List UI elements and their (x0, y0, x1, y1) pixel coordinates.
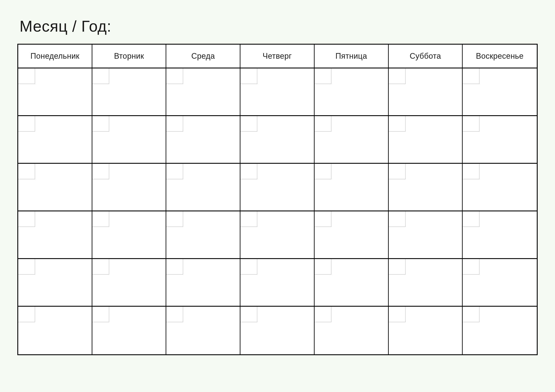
day-cell (241, 211, 314, 258)
day-cell (166, 68, 241, 115)
date-number-box (463, 307, 480, 322)
day-cell (389, 259, 463, 306)
day-cell (389, 68, 463, 115)
date-number-box (314, 164, 331, 179)
calendar-title: Месяц / Год: (20, 17, 538, 35)
day-cell (18, 68, 92, 115)
day-cell (241, 307, 314, 354)
date-number-box (18, 259, 35, 275)
day-cell (166, 259, 241, 306)
date-number-box (389, 68, 406, 84)
day-cell (463, 116, 537, 163)
weekday-header-tuesday: Вторник (92, 45, 167, 68)
date-number-box (18, 307, 35, 322)
day-cell (389, 164, 463, 211)
week-row (18, 164, 537, 211)
date-number-box (389, 116, 406, 132)
day-cell (314, 116, 389, 163)
date-number-box (241, 164, 257, 179)
day-cell (314, 211, 389, 258)
date-number-box (389, 164, 406, 179)
day-cell (18, 116, 92, 163)
date-number-box (166, 259, 183, 275)
day-cell (463, 259, 537, 306)
date-number-box (314, 68, 331, 84)
day-cell (18, 164, 92, 211)
weekday-header-row: Понедельник Вторник Среда Четверг Пятниц… (18, 45, 537, 68)
day-cell (166, 164, 241, 211)
day-cell (166, 211, 241, 258)
day-cell (241, 116, 314, 163)
day-cell (166, 116, 241, 163)
weekday-header-thursday: Четверг (241, 45, 314, 68)
date-number-box (166, 307, 183, 322)
date-number-box (166, 116, 183, 132)
date-number-box (463, 211, 480, 227)
calendar-grid: Понедельник Вторник Среда Четверг Пятниц… (17, 44, 538, 355)
date-number-box (314, 211, 331, 227)
date-number-box (18, 164, 35, 179)
weekday-header-wednesday: Среда (166, 45, 241, 68)
week-row (18, 116, 537, 164)
day-cell (463, 307, 537, 354)
date-number-box (241, 68, 257, 84)
day-cell (463, 164, 537, 211)
day-cell (314, 164, 389, 211)
day-cell (314, 307, 389, 354)
date-number-box (389, 259, 406, 275)
day-cell (92, 259, 167, 306)
weekday-header-friday: Пятница (314, 45, 389, 68)
date-number-box (314, 307, 331, 322)
date-number-box (18, 116, 35, 132)
week-row (18, 307, 537, 354)
date-number-box (18, 68, 35, 84)
day-cell (389, 211, 463, 258)
day-cell (389, 116, 463, 163)
date-number-box (166, 68, 183, 84)
date-number-box (389, 211, 406, 227)
date-number-box (92, 259, 109, 275)
date-number-box (463, 68, 480, 84)
date-number-box (389, 307, 406, 322)
day-cell (92, 68, 167, 115)
weekday-header-sunday: Воскресенье (463, 45, 537, 68)
day-cell (241, 68, 314, 115)
week-row (18, 68, 537, 116)
week-row (18, 259, 537, 307)
date-number-box (241, 307, 257, 322)
date-number-box (92, 164, 109, 179)
date-number-box (92, 307, 109, 322)
day-cell (389, 307, 463, 354)
date-number-box (166, 211, 183, 227)
day-cell (92, 164, 167, 211)
date-number-box (241, 259, 257, 275)
date-number-box (463, 116, 480, 132)
day-cell (18, 259, 92, 306)
day-cell (92, 307, 167, 354)
day-cell (314, 259, 389, 306)
day-cell (166, 307, 241, 354)
date-number-box (92, 68, 109, 84)
weekday-header-saturday: Суббота (389, 45, 463, 68)
date-number-box (463, 259, 480, 275)
day-cell (241, 164, 314, 211)
weekday-header-monday: Понедельник (18, 45, 92, 68)
date-number-box (241, 211, 257, 227)
day-cell (92, 116, 167, 163)
day-cell (463, 211, 537, 258)
day-cell (92, 211, 167, 258)
date-number-box (314, 116, 331, 132)
day-cell (241, 259, 314, 306)
date-number-box (463, 164, 480, 179)
date-number-box (92, 116, 109, 132)
date-number-box (92, 211, 109, 227)
week-row (18, 211, 537, 259)
date-number-box (314, 259, 331, 275)
day-cell (314, 68, 389, 115)
day-cell (18, 307, 92, 354)
date-number-box (166, 164, 183, 179)
date-number-box (241, 116, 257, 132)
day-cell (463, 68, 537, 115)
date-number-box (18, 211, 35, 227)
day-cell (18, 211, 92, 258)
